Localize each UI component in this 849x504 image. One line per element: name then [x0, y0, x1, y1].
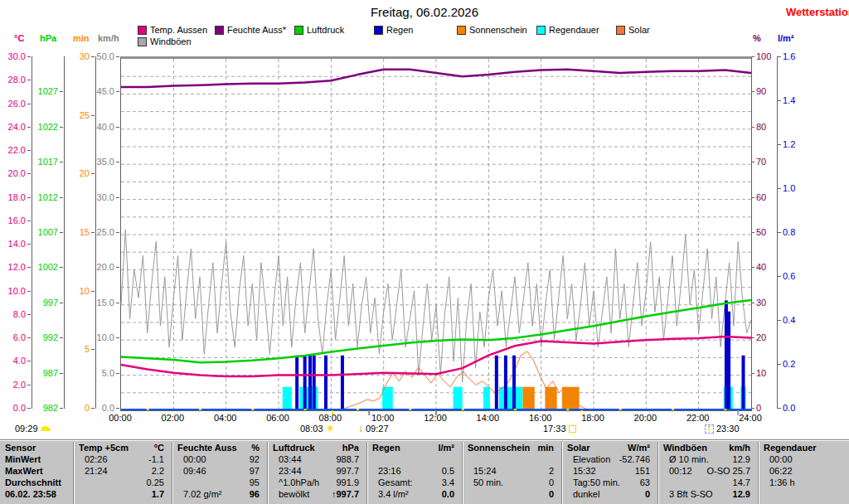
- footer-cell-value: -52.746: [567, 454, 650, 465]
- temp-tick: [27, 267, 31, 268]
- legend-item-1-2: Luftdruck: [294, 25, 344, 35]
- footer-header-sensor: Sensor: [5, 443, 36, 453]
- footer-cell-value: -1.1: [79, 454, 164, 465]
- humidity-tick-label: 30: [756, 298, 766, 308]
- time-marker-label: 09:27: [366, 424, 389, 434]
- rain-tick-label: 0.0: [783, 404, 795, 413]
- legend-item-1-5: Regendauer: [536, 25, 599, 35]
- humidity-tick-label: 90: [756, 87, 766, 96]
- wind-tick-label: 30.0: [97, 193, 114, 202]
- temp-tick: [27, 56, 31, 57]
- pressure-tick-label: 1017: [38, 158, 58, 167]
- footer-cell-value: 0: [468, 489, 554, 500]
- time-marker-label: 17:33: [543, 424, 566, 434]
- sun-minutes-tick-label: 0: [85, 404, 90, 413]
- wind-tick: [116, 56, 119, 57]
- time-marker: ↓09:27: [358, 424, 389, 434]
- temp-tick: [27, 244, 31, 245]
- pressure-tick-label: 987: [43, 369, 58, 378]
- page-title: Freitag, 06.02.2026: [0, 5, 849, 19]
- x-axis-tick-label: 04:00: [214, 413, 237, 423]
- time-marker: 09:29: [15, 424, 51, 434]
- legend-item-1-4: Sonnenschein: [457, 25, 527, 35]
- temp-tick-label: 6.0: [13, 333, 26, 342]
- legend-label: Temp. Aussen: [150, 25, 207, 35]
- wind-tick: [116, 162, 119, 162]
- legend-swatch: [138, 37, 147, 46]
- down-icon: ↓: [358, 424, 363, 433]
- column-separator: [172, 442, 172, 504]
- wind-tick: [116, 232, 119, 233]
- legend-item-1-0: Temp. Aussen: [138, 25, 207, 35]
- baseline-sun-dot: [566, 409, 569, 410]
- pressure-tick: [60, 91, 63, 92]
- x-axis-tick-label: 06:00: [266, 413, 289, 423]
- baseline-sun-dot: [724, 409, 726, 410]
- baseline-sun-dot: [672, 409, 674, 410]
- bar-regendauer: [382, 387, 393, 410]
- legend-swatch: [215, 26, 224, 35]
- temp-tick: [27, 220, 31, 221]
- baseline-sun-dot: [409, 409, 411, 410]
- legend-item-1-1: Feuchte Auss*: [215, 25, 286, 35]
- wind-tick-label: 45.0: [97, 87, 114, 96]
- temp-tick-label: 2.0: [13, 380, 26, 390]
- baseline-sun-dot: [304, 409, 307, 410]
- wind-tick-label: 40.0: [97, 123, 114, 132]
- temp-tick-label: 4.0: [13, 356, 26, 366]
- rain-tick: [778, 320, 781, 321]
- footer-cell-value: 96: [177, 489, 260, 500]
- time-marker-label: 23:30: [716, 424, 740, 434]
- footer-cell-value: 12.9: [663, 454, 750, 465]
- legend-swatch: [536, 26, 546, 35]
- humidity-tick-label: 10: [756, 369, 766, 378]
- time-marker-label: 09:29: [15, 424, 38, 434]
- footer-cell-value: 92: [177, 454, 260, 465]
- x-axis-tick-label: 02:00: [162, 413, 185, 423]
- x-axis-tick-label: 12:00: [424, 413, 447, 423]
- pressure-tick: [60, 232, 63, 233]
- rain-tick-label: 0.6: [783, 272, 795, 281]
- wind-tick: [116, 337, 119, 338]
- footer-col-unit: hPa: [273, 443, 359, 453]
- bar-regen: [295, 356, 298, 410]
- legend-item-1-3: Regen: [374, 25, 413, 35]
- humidity-tick-label: 20: [756, 333, 766, 342]
- temp-tick-label: 20.0: [8, 169, 26, 178]
- pressure-tick: [60, 408, 63, 409]
- rain-tick: [778, 408, 781, 409]
- sun-minutes-axis-unit: min: [73, 33, 90, 43]
- wind-tick: [116, 197, 119, 198]
- column-separator: [366, 442, 367, 504]
- temp-tick-label: 16.0: [8, 216, 26, 225]
- temp-tick: [27, 291, 31, 292]
- wind-tick: [116, 303, 119, 303]
- wind-tick-label: 0.0: [102, 404, 114, 413]
- baseline-sun-dot: [357, 409, 359, 410]
- legend-swatch: [138, 26, 147, 35]
- x-axis-tick-label: 20:00: [634, 413, 657, 423]
- sun-minutes-tick: [91, 173, 95, 174]
- wind-tick: [116, 408, 119, 409]
- x-axis-tick-label: 10:00: [371, 413, 395, 423]
- x-axis-tick-label: 00:00: [109, 413, 132, 423]
- legend-swatch: [616, 26, 625, 35]
- footer-row-label: MaxWert: [5, 466, 43, 477]
- sun-minutes-tick-label: 30: [80, 52, 90, 61]
- rain-tick: [778, 56, 781, 57]
- rain-tick: [778, 364, 781, 365]
- temp-axis-unit: °C: [14, 33, 24, 43]
- footer-cell-left: 1:36 h: [769, 477, 795, 488]
- time-marker: ↑23:30: [705, 424, 740, 434]
- wind-tick-label: 20.0: [97, 263, 114, 272]
- x-axis-tick-label: 16:00: [529, 413, 552, 423]
- wind-tick: [116, 127, 119, 128]
- legend-label: Feuchte Auss*: [227, 25, 286, 35]
- footer-cell-value: ↑997.7: [273, 489, 359, 500]
- legend-label: Regen: [386, 25, 413, 35]
- baseline-sun-dot: [514, 409, 517, 410]
- footer-cell-value: 997.7: [273, 466, 359, 477]
- footer-cell-value: 63: [567, 477, 650, 488]
- humidity-tick-label: 80: [756, 123, 766, 132]
- temp-tick-label: 12.0: [8, 263, 26, 272]
